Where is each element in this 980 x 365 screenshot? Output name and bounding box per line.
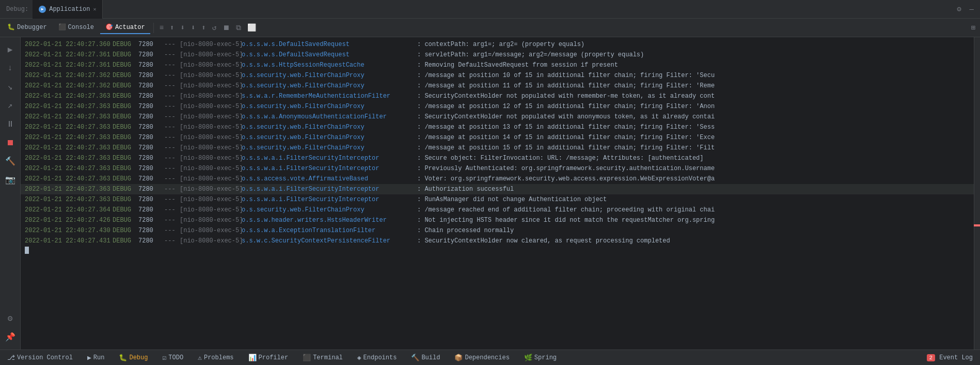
log-row: 2022-01-21 22:40:27.361 DEBUG 7280 --- [… — [21, 50, 974, 60]
debug-status-label: Debug — [129, 354, 148, 361]
log-sep: --- — [164, 195, 180, 204]
up-icon[interactable]: ⬆ — [167, 22, 177, 34]
log-row: 2022-01-21 22:40:27.360 DEBUG 7280 --- [… — [21, 39, 974, 50]
step-into-icon[interactable]: ↘ — [2, 79, 19, 95]
tab-console[interactable]: ⬛ Console — [53, 21, 99, 34]
status-dependencies[interactable]: 📦 Dependencies — [451, 353, 512, 363]
log-thread: [nio-8080-exec-5] — [180, 50, 242, 59]
stop-icon[interactable]: ⏹ — [2, 134, 19, 151]
status-todo[interactable]: ☑ TODO — [159, 353, 186, 363]
status-run[interactable]: ▶ Run — [84, 353, 107, 363]
cursor-row — [21, 246, 974, 255]
menu-icon[interactable]: ≡ — [157, 22, 166, 34]
build-status-icon: 🔨 — [411, 354, 419, 362]
camera-icon[interactable]: 📷 — [2, 172, 19, 188]
log-pid: 7280 — [138, 102, 164, 111]
scroll-marker-highlight — [974, 224, 980, 226]
log-thread: [nio-8080-exec-5] — [180, 40, 242, 49]
log-message: : Secure object: FilterInvocation: URL: … — [417, 154, 704, 163]
log-time: 2022-01-21 22:40:27.363 — [25, 195, 113, 204]
pin-icon[interactable]: 📌 — [2, 329, 19, 345]
status-endpoints[interactable]: ◈ Endpoints — [354, 353, 400, 363]
log-sep: --- — [164, 71, 180, 80]
log-thread: [nio-8080-exec-5] — [180, 81, 242, 90]
log-row: 2022-01-21 22:40:27.362 DEBUG 7280 --- [… — [21, 81, 974, 91]
status-spring[interactable]: 🌿 Spring — [521, 353, 560, 363]
settings-icon[interactable]: ⚙ — [955, 4, 963, 14]
scroll-indicator[interactable] — [974, 37, 980, 349]
tab-actuator[interactable]: 🎯 Actuator — [100, 21, 150, 34]
tab-close-icon[interactable]: ✕ — [93, 6, 96, 12]
log-class: o.s.s.w.a.i.FilterSecurityInterceptor — [242, 154, 417, 163]
profiler-label: Profiler — [259, 354, 289, 361]
tab-debugger[interactable]: 🐛 Debugger — [2, 21, 52, 34]
settings-gear-icon[interactable]: ⚙ — [2, 310, 19, 327]
toolbar-right: ⊞ — [969, 22, 978, 34]
log-message: : /message at position 12 of 15 in addit… — [417, 102, 715, 111]
log-level: DEBUG — [113, 92, 138, 101]
log-row: 2022-01-21 22:40:27.363 DEBUG 7280 --- [… — [21, 153, 974, 163]
log-row: 2022-01-21 22:40:27.363 DEBUG 7280 --- [… — [21, 112, 974, 122]
terminal-label: Terminal — [313, 354, 343, 361]
log-time: 2022-01-21 22:40:27.426 — [25, 216, 113, 225]
log-sep: --- — [164, 154, 180, 163]
sidebar: ▶ ↓ ↘ ↗ ⏸ ⏹ 🔨 📷 ⚙ 📌 — [0, 37, 21, 349]
expand-icon[interactable]: ⊞ — [969, 22, 978, 34]
log-message: : Not injecting HSTS header since it did… — [417, 216, 715, 225]
log-message: : Removing DefaultSavedRequest from sess… — [417, 60, 618, 70]
step-out-icon[interactable]: ↗ — [2, 97, 19, 114]
step-over-icon[interactable]: ↓ — [2, 60, 19, 77]
log-sep: --- — [164, 60, 180, 70]
cursor — [25, 247, 29, 254]
status-version-control[interactable]: ⎇ Version Control — [4, 353, 76, 363]
log-level: DEBUG — [113, 71, 138, 80]
log-sep: --- — [164, 143, 180, 153]
up2-icon[interactable]: ⬆ — [199, 22, 208, 34]
main-area: ▶ ↓ ↘ ↗ ⏸ ⏹ 🔨 📷 ⚙ 📌 2022-01-21 22:40:27.… — [0, 37, 980, 349]
status-event-log[interactable]: 2 Event Log — [924, 353, 976, 362]
log-level: DEBUG — [113, 102, 138, 111]
log-message: : /message reached end of additional fil… — [417, 205, 715, 215]
debug-status-icon: 🐛 — [119, 354, 127, 362]
format-icon[interactable]: ⬜ — [245, 22, 259, 34]
log-thread: [nio-8080-exec-5] — [180, 195, 242, 204]
status-profiler[interactable]: 📊 Profiler — [245, 353, 292, 363]
status-debug[interactable]: 🐛 Debug — [116, 353, 151, 363]
log-pid: 7280 — [138, 60, 164, 70]
copy-icon[interactable]: ⧉ — [233, 22, 244, 34]
log-thread: [nio-8080-exec-5] — [180, 71, 242, 80]
log-time: 2022-01-21 22:40:27.363 — [25, 143, 113, 153]
minimize-icon[interactable]: — — [968, 4, 976, 14]
log-pid: 7280 — [138, 92, 164, 101]
status-build[interactable]: 🔨 Build — [408, 353, 443, 363]
log-row: 2022-01-21 22:40:27.363 DEBUG 7280 --- [… — [21, 174, 974, 184]
log-time: 2022-01-21 22:40:27.364 — [25, 205, 113, 215]
profiler-icon: 📊 — [248, 354, 257, 362]
log-class: o.s.security.web.FilterChainProxy — [242, 205, 417, 215]
log-message: : /message at position 13 of 15 in addit… — [417, 123, 715, 132]
pause-icon[interactable]: ⏸ — [2, 116, 19, 132]
down-end-icon[interactable]: ⬇ — [188, 22, 198, 34]
log-message: : /message at position 11 of 15 in addit… — [417, 81, 715, 90]
log-thread: [nio-8080-exec-5] — [180, 205, 242, 215]
down-icon[interactable]: ⬇ — [178, 22, 187, 34]
log-level: DEBUG — [113, 236, 138, 246]
debugger-icon: 🐛 — [7, 23, 15, 31]
event-log-label: Event Log — [939, 354, 973, 361]
log-area[interactable]: 2022-01-21 22:40:27.360 DEBUG 7280 --- [… — [21, 37, 974, 349]
refresh-icon[interactable]: ↺ — [210, 22, 219, 34]
log-thread: [nio-8080-exec-5] — [180, 92, 242, 101]
log-time: 2022-01-21 22:40:27.360 — [25, 40, 113, 49]
log-pid: 7280 — [138, 216, 164, 225]
log-thread: [nio-8080-exec-5] — [180, 185, 242, 194]
resume-icon[interactable]: ▶ — [2, 41, 19, 58]
status-problems[interactable]: ⚠ Problems — [195, 353, 236, 363]
log-class: o.s.s.w.s.HttpSessionRequestCache — [242, 60, 417, 70]
build-icon[interactable]: 🔨 — [2, 153, 19, 170]
log-sep: --- — [164, 133, 180, 142]
log-sep: --- — [164, 205, 180, 215]
stop2-icon[interactable]: ⏹ — [220, 22, 232, 34]
log-pid: 7280 — [138, 50, 164, 59]
status-terminal[interactable]: ⬛ Terminal — [299, 353, 346, 363]
app-tab[interactable]: ▶ Application ✕ — [33, 0, 103, 19]
